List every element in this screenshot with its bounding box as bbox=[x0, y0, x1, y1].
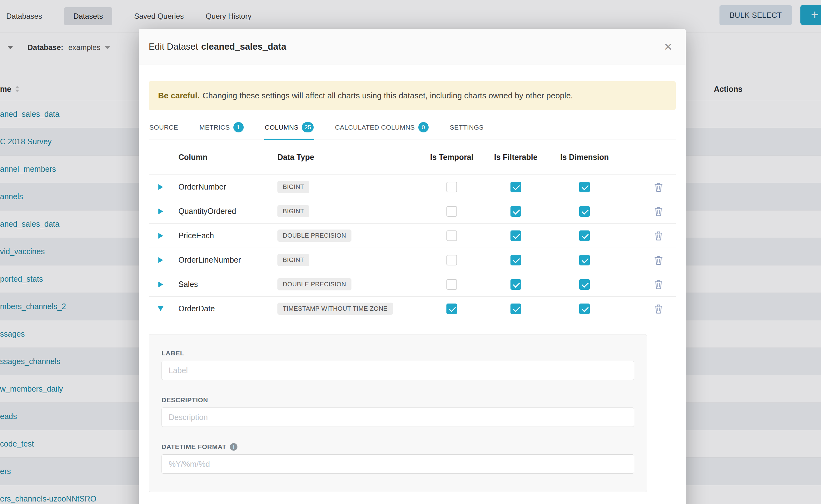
caret-right-icon bbox=[158, 282, 163, 287]
tab-label: CALCULATED COLUMNS bbox=[335, 123, 415, 132]
tab-metrics[interactable]: METRICS1 bbox=[199, 114, 244, 140]
is-filterable-checkbox[interactable] bbox=[511, 304, 521, 314]
warning-bold-text: Be careful. bbox=[158, 91, 200, 101]
data-type-pill: DOUBLE PRECISION bbox=[277, 230, 351, 242]
trash-icon[interactable] bbox=[654, 304, 663, 314]
is-filterable-checkbox[interactable] bbox=[511, 255, 521, 265]
column-data-type-cell: TIMESTAMP WITHOUT TIME ZONE bbox=[274, 303, 424, 315]
is-dimension-checkbox[interactable] bbox=[579, 182, 590, 192]
expand-toggle[interactable] bbox=[149, 257, 172, 263]
column-row: QuantityOrderedBIGINT bbox=[149, 199, 676, 224]
label-field-label: LABEL bbox=[161, 349, 184, 357]
datetime-format-label: DATETIME FORMAT bbox=[161, 443, 226, 451]
is-dimension-cell bbox=[552, 255, 617, 265]
label-input[interactable] bbox=[161, 361, 634, 380]
tab-label: SETTINGS bbox=[450, 123, 484, 132]
expand-toggle[interactable] bbox=[149, 282, 172, 287]
warning-text: Changing these settings will affect all … bbox=[202, 91, 573, 101]
caret-right-icon bbox=[158, 233, 163, 239]
is-temporal-cell bbox=[424, 206, 480, 217]
trash-icon[interactable] bbox=[654, 206, 663, 216]
column-row: OrderDateTIMESTAMP WITHOUT TIME ZONE bbox=[149, 297, 676, 321]
is-dimension-checkbox[interactable] bbox=[579, 255, 590, 265]
is-filterable-checkbox[interactable] bbox=[511, 279, 521, 290]
modal-title-prefix: Edit Dataset bbox=[149, 42, 198, 52]
delete-cell bbox=[617, 304, 676, 314]
column-row: OrderLineNumberBIGINT bbox=[149, 248, 676, 272]
is-temporal-checkbox[interactable] bbox=[447, 230, 457, 241]
data-type-pill: TIMESTAMP WITHOUT TIME ZONE bbox=[277, 303, 393, 315]
description-input[interactable] bbox=[161, 408, 634, 427]
is-dimension-cell bbox=[552, 304, 617, 314]
datetime-format-field-header: DATETIME FORMAT i bbox=[161, 443, 634, 451]
caret-right-icon bbox=[158, 257, 163, 263]
label-field-header: LABEL bbox=[161, 349, 634, 357]
trash-icon[interactable] bbox=[654, 255, 663, 265]
is-filterable-checkbox[interactable] bbox=[511, 182, 521, 192]
column-detail-panel: LABEL DESCRIPTION DATETIME FORMAT i bbox=[149, 334, 647, 492]
is-filterable-cell bbox=[480, 279, 552, 290]
columns-table-header: Column Data Type Is Temporal Is Filterab… bbox=[149, 140, 676, 175]
column-header-is-filterable: Is Filterable bbox=[480, 153, 552, 162]
is-dimension-cell bbox=[552, 279, 617, 290]
modal-title: Edit Datasetcleaned_sales_data bbox=[149, 42, 286, 52]
column-name: OrderNumber bbox=[172, 182, 274, 191]
data-type-pill: BIGINT bbox=[277, 205, 309, 217]
delete-cell bbox=[617, 231, 676, 241]
tab-label: METRICS bbox=[199, 123, 230, 132]
is-temporal-checkbox[interactable] bbox=[447, 255, 457, 265]
column-data-type-cell: DOUBLE PRECISION bbox=[274, 230, 424, 242]
info-icon[interactable]: i bbox=[230, 443, 237, 451]
modal-title-dataset-name: cleaned_sales_data bbox=[201, 42, 286, 52]
is-temporal-checkbox[interactable] bbox=[447, 182, 457, 192]
column-name: Sales bbox=[172, 280, 274, 289]
column-data-type-cell: BIGINT bbox=[274, 205, 424, 217]
is-filterable-cell bbox=[480, 304, 552, 314]
is-filterable-checkbox[interactable] bbox=[511, 230, 521, 241]
tab-calculated-columns[interactable]: CALCULATED COLUMNS0 bbox=[334, 114, 429, 140]
warning-banner: Be careful. Changing these settings will… bbox=[149, 81, 676, 110]
is-filterable-cell bbox=[480, 182, 552, 192]
trash-icon[interactable] bbox=[654, 279, 663, 289]
column-data-type-cell: DOUBLE PRECISION bbox=[274, 278, 424, 290]
datetime-format-input[interactable] bbox=[161, 454, 634, 474]
tab-label: SOURCE bbox=[149, 123, 178, 132]
is-filterable-cell bbox=[480, 230, 552, 241]
data-type-pill: BIGINT bbox=[277, 181, 309, 193]
is-temporal-cell bbox=[424, 255, 480, 265]
expand-toggle[interactable] bbox=[149, 184, 172, 190]
expand-toggle[interactable] bbox=[149, 233, 172, 239]
is-dimension-checkbox[interactable] bbox=[579, 206, 590, 217]
is-dimension-checkbox[interactable] bbox=[579, 304, 590, 314]
is-temporal-checkbox[interactable] bbox=[447, 279, 457, 290]
tab-settings[interactable]: SETTINGS bbox=[449, 114, 484, 140]
is-temporal-cell bbox=[424, 230, 480, 241]
modal-tabs: SOURCEMETRICS1COLUMNS25CALCULATED COLUMN… bbox=[149, 114, 676, 140]
data-type-pill: DOUBLE PRECISION bbox=[277, 278, 351, 290]
tab-columns[interactable]: COLUMNS25 bbox=[264, 114, 314, 140]
is-dimension-checkbox[interactable] bbox=[579, 230, 590, 241]
tab-source[interactable]: SOURCE bbox=[149, 114, 179, 140]
column-row: PriceEachDOUBLE PRECISION bbox=[149, 224, 676, 248]
tab-count-badge: 25 bbox=[302, 122, 314, 132]
columns-table-body: OrderNumberBIGINTQuantityOrderedBIGINTPr… bbox=[149, 175, 676, 321]
modal-header: Edit Datasetcleaned_sales_data ✕ bbox=[139, 29, 686, 65]
caret-down-icon bbox=[158, 306, 163, 311]
trash-icon[interactable] bbox=[654, 182, 663, 192]
tab-count-badge: 1 bbox=[233, 122, 244, 132]
close-icon[interactable]: ✕ bbox=[664, 42, 673, 52]
caret-right-icon bbox=[158, 184, 163, 190]
data-type-pill: BIGINT bbox=[277, 254, 309, 266]
is-filterable-checkbox[interactable] bbox=[511, 206, 521, 217]
trash-icon[interactable] bbox=[654, 231, 663, 241]
tab-count-badge: 0 bbox=[418, 122, 429, 132]
expand-toggle[interactable] bbox=[149, 306, 172, 311]
delete-cell bbox=[617, 255, 676, 265]
expand-toggle[interactable] bbox=[149, 209, 172, 214]
is-temporal-checkbox[interactable] bbox=[447, 206, 457, 217]
is-temporal-checkbox[interactable] bbox=[447, 304, 457, 314]
is-dimension-checkbox[interactable] bbox=[579, 279, 590, 290]
column-header-is-dimension: Is Dimension bbox=[552, 153, 617, 162]
caret-right-icon bbox=[158, 209, 163, 214]
description-field-header: DESCRIPTION bbox=[161, 396, 634, 404]
